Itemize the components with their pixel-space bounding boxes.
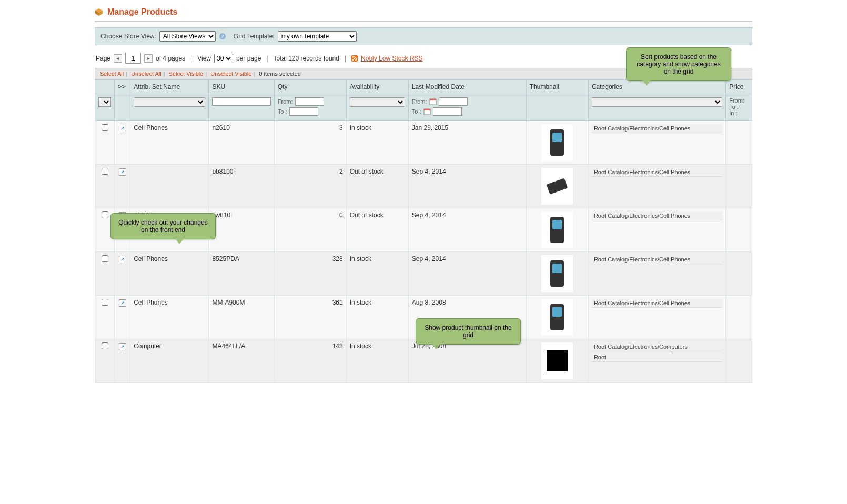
callout-frontend: Quickly check out your changes on the fr… xyxy=(110,213,216,239)
unselect-visible-link[interactable]: Unselect Visible xyxy=(210,70,251,77)
cell-qty: 2 xyxy=(274,165,346,208)
per-page-label: per page xyxy=(236,55,261,62)
cell-thumbnail xyxy=(526,252,588,296)
header-checkbox xyxy=(95,80,115,94)
header-categories[interactable]: Categories xyxy=(588,80,725,94)
cell-qty: 0 xyxy=(274,208,346,252)
header-attrib[interactable]: Attrib. Set Name xyxy=(130,80,209,94)
cell-categories: Root Catalog/Electronics/Cell Phones xyxy=(588,208,725,252)
prev-page-button[interactable]: ◄ xyxy=(114,54,122,63)
category-path: Root Catalog/Electronics/Cell Phones xyxy=(592,168,722,177)
cell-thumbnail xyxy=(526,121,588,165)
filter-date-from[interactable] xyxy=(439,97,468,106)
cell-price xyxy=(726,296,752,339)
svg-rect-10 xyxy=(424,109,430,110)
cell-sku: bb8100 xyxy=(209,165,274,208)
unselect-all-link[interactable]: Unselect All xyxy=(131,70,161,77)
store-view-select[interactable]: All Store Views xyxy=(159,31,216,42)
filter-qty-from[interactable] xyxy=(295,97,324,106)
per-page-select[interactable]: 30 xyxy=(214,54,233,63)
svg-rect-8 xyxy=(430,99,436,100)
cell-categories: Root Catalog/Electronics/Cell Phones xyxy=(588,165,725,208)
cell-availability: In stock xyxy=(346,296,408,339)
cell-price xyxy=(726,121,752,165)
header-price[interactable]: Price xyxy=(726,80,752,94)
row-checkbox[interactable] xyxy=(102,124,108,131)
cell-sku: MA464LL/A xyxy=(209,339,274,383)
cell-availability: In stock xyxy=(346,252,408,296)
cell-price xyxy=(726,208,752,252)
table-row[interactable]: ↗bb81002Out of stockSep 4, 2014Root Cata… xyxy=(95,165,752,208)
cell-qty: 328 xyxy=(274,252,346,296)
cell-attrib: Computer xyxy=(130,339,209,383)
filter-attrib-select[interactable] xyxy=(134,97,205,107)
callout-thumbnail: Show product thumbnail on the grid xyxy=(416,318,521,345)
cell-qty: 143 xyxy=(274,339,346,383)
cell-qty: 361 xyxy=(274,296,346,339)
row-checkbox[interactable] xyxy=(102,211,108,218)
help-icon[interactable]: ? xyxy=(219,33,226,40)
filter-any-select[interactable]: Any xyxy=(98,97,111,107)
row-checkbox[interactable] xyxy=(102,299,108,306)
row-checkbox[interactable] xyxy=(102,255,108,262)
cell-date: Jan 29, 2015 xyxy=(408,121,526,165)
select-all-link[interactable]: Select All xyxy=(100,70,124,77)
cell-qty: 3 xyxy=(274,121,346,165)
rss-icon xyxy=(351,55,358,62)
cell-sku: 8525PDA xyxy=(209,252,274,296)
table-row[interactable]: ↗Cell Phonesn26103In stockJan 29, 2015Ro… xyxy=(95,121,752,165)
preview-icon[interactable]: ↗ xyxy=(119,343,126,350)
cell-categories: Root Catalog/Electronics/ComputersRoot xyxy=(588,339,725,383)
filter-availability-select[interactable] xyxy=(350,97,405,107)
header-thumbnail[interactable]: Thumbnail xyxy=(526,80,588,94)
cell-thumbnail xyxy=(526,339,588,383)
cell-date: Sep 4, 2014 xyxy=(408,165,526,208)
category-path: Root Catalog/Electronics/Cell Phones xyxy=(592,211,722,220)
cell-categories: Root Catalog/Electronics/Cell Phones xyxy=(588,296,725,339)
page-title: Manage Products xyxy=(107,7,177,17)
cell-thumbnail xyxy=(526,208,588,252)
cell-attrib xyxy=(130,165,209,208)
header-qty[interactable]: Qty xyxy=(274,80,346,94)
row-checkbox[interactable] xyxy=(102,342,108,349)
preview-icon[interactable]: ↗ xyxy=(119,125,126,132)
next-page-button[interactable]: ► xyxy=(144,54,153,63)
grid-template-label: Grid Template: xyxy=(234,33,275,40)
calendar-icon[interactable] xyxy=(429,98,437,105)
page-wrapper: Manage Products Choose Store View: All S… xyxy=(95,5,752,383)
preview-icon[interactable]: ↗ xyxy=(119,299,126,307)
header-expand[interactable]: >> xyxy=(115,80,130,94)
header-date[interactable]: Last Modified Date xyxy=(408,80,526,94)
header-row: >> Attrib. Set Name SKU Qty Availability… xyxy=(95,80,752,94)
header-availability[interactable]: Availability xyxy=(346,80,408,94)
select-visible-link[interactable]: Select Visible xyxy=(169,70,204,77)
toolbar: Choose Store View: All Store Views ? Gri… xyxy=(95,27,752,45)
filter-row: Any From: To : From: To : xyxy=(95,94,752,121)
cell-availability: Out of stock xyxy=(346,165,408,208)
category-path: Root Catalog/Electronics/Computers xyxy=(592,342,722,351)
category-path: Root Catalog/Electronics/Cell Phones xyxy=(592,255,722,264)
cell-categories: Root Catalog/Electronics/Cell Phones xyxy=(588,252,725,296)
filter-sku-input[interactable] xyxy=(212,97,270,106)
category-path: Root Catalog/Electronics/Cell Phones xyxy=(592,124,722,133)
filter-qty-to[interactable] xyxy=(289,107,318,116)
cell-date: Jul 28, 2008 xyxy=(408,339,526,383)
cell-categories: Root Catalog/Electronics/Cell Phones xyxy=(588,121,725,165)
cell-price xyxy=(726,339,752,383)
grid-template-select[interactable]: my own template xyxy=(278,31,357,42)
row-checkbox[interactable] xyxy=(102,168,108,175)
page-title-bar: Manage Products xyxy=(95,5,752,22)
calendar-icon[interactable] xyxy=(423,108,431,115)
table-row[interactable]: ↗ComputerMA464LL/A143In stockJul 28, 200… xyxy=(95,339,752,383)
header-sku[interactable]: SKU xyxy=(209,80,274,94)
page-input[interactable] xyxy=(125,53,141,64)
rss-link[interactable]: Notify Low Stock RSS xyxy=(361,55,422,62)
cell-thumbnail xyxy=(526,296,588,339)
preview-icon[interactable]: ↗ xyxy=(119,168,126,176)
cell-price xyxy=(726,252,752,296)
cell-availability: Out of stock xyxy=(346,208,408,252)
filter-category-select[interactable] xyxy=(592,97,722,107)
preview-icon[interactable]: ↗ xyxy=(119,256,126,263)
filter-date-to[interactable] xyxy=(433,107,462,116)
table-row[interactable]: ↗Cell Phones8525PDA328In stockSep 4, 201… xyxy=(95,252,752,296)
